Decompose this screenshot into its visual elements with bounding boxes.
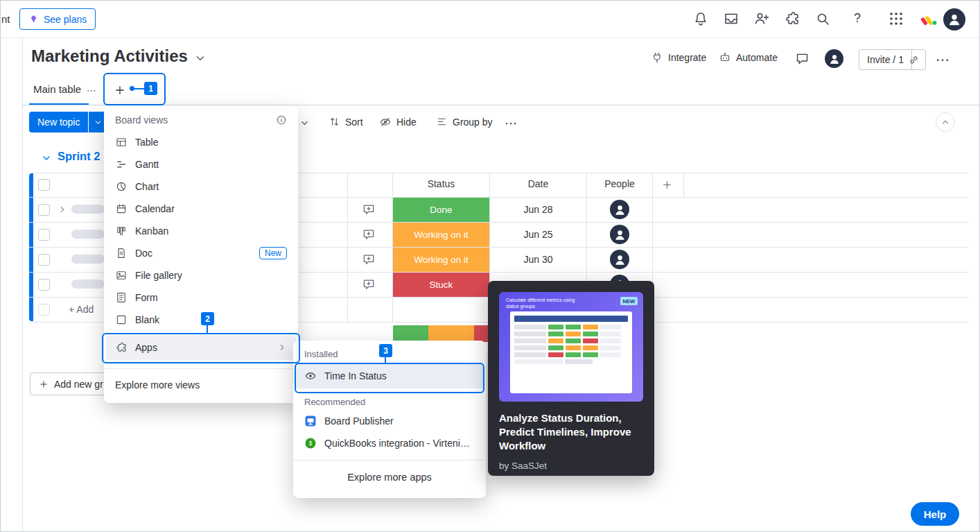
status-cell[interactable]: Working on it bbox=[393, 223, 489, 247]
inbox-tray-icon[interactable] bbox=[723, 10, 740, 27]
conversation-bubble-plus-icon[interactable] bbox=[362, 203, 376, 216]
people-avatar[interactable] bbox=[610, 250, 629, 269]
file-gallery-icon bbox=[115, 269, 128, 282]
column-header-date[interactable]: Date bbox=[490, 178, 586, 189]
monday-logo-icon bbox=[920, 10, 938, 28]
svg-text:$: $ bbox=[309, 440, 313, 447]
people-avatar[interactable] bbox=[610, 200, 629, 219]
submenu-item-board-publisher[interactable]: Board Publisher bbox=[293, 410, 486, 432]
conversation-bubble-plus-icon[interactable] bbox=[362, 228, 376, 241]
board-member-avatar[interactable] bbox=[825, 49, 843, 68]
recommended-section-label: Recommended bbox=[293, 397, 486, 407]
user-avatar[interactable] bbox=[943, 8, 965, 31]
menu-item-form[interactable]: Form bbox=[104, 286, 298, 309]
date-cell[interactable]: Jun 28 bbox=[490, 198, 586, 222]
kanban-icon bbox=[115, 225, 128, 237]
group-by-icon bbox=[436, 116, 448, 128]
menu-item-kanban[interactable]: Kanban bbox=[104, 220, 298, 242]
menu-item-table[interactable]: Table bbox=[104, 131, 298, 153]
toolbar-ellipsis-icon[interactable]: ⋯ bbox=[505, 116, 518, 131]
row-checkbox[interactable] bbox=[38, 204, 50, 216]
submenu-item-quickbooks[interactable]: $ QuickBooks integration - Virtenia... bbox=[293, 432, 486, 454]
group-by-label: Group by bbox=[453, 117, 493, 128]
app-tooltip-heading: Analyze Status Duration, Predict Timelin… bbox=[499, 411, 640, 452]
item-name-skeleton bbox=[71, 280, 105, 289]
products-grid-icon[interactable] bbox=[888, 10, 904, 27]
notifications-bell-icon[interactable] bbox=[692, 10, 709, 27]
app-tooltip-card: Calculate different metrics using status… bbox=[488, 281, 654, 476]
see-plans-button[interactable]: See plans bbox=[19, 8, 96, 30]
tab-main-table[interactable]: Main table bbox=[33, 83, 81, 95]
expand-row-chevron-icon[interactable] bbox=[58, 205, 67, 214]
integrate-plug-icon bbox=[651, 51, 663, 64]
new-badge: New bbox=[259, 247, 287, 259]
collapse-button[interactable] bbox=[936, 112, 955, 132]
board-views-menu: Board views Table Gantt Chart Calendar K… bbox=[104, 105, 298, 403]
submenu-item-time-in-status[interactable]: Time In Status bbox=[295, 363, 484, 388]
annotation-connector-1 bbox=[134, 88, 144, 89]
sort-label: Sort bbox=[345, 117, 363, 128]
column-header-people[interactable]: People bbox=[587, 178, 652, 189]
filter-dropdown-chevron-icon[interactable] bbox=[299, 118, 310, 128]
grid-line bbox=[683, 173, 684, 197]
menu-item-gantt[interactable]: Gantt bbox=[104, 153, 298, 175]
conversation-bubble-plus-icon[interactable] bbox=[362, 252, 376, 266]
menu-item-label: Apps bbox=[135, 342, 157, 353]
row-checkbox[interactable] bbox=[38, 229, 50, 241]
row-checkbox[interactable] bbox=[38, 254, 50, 266]
date-cell[interactable]: Jun 30 bbox=[490, 248, 586, 272]
menu-item-chart[interactable]: Chart bbox=[104, 175, 298, 198]
chevron-right-icon bbox=[277, 343, 287, 352]
marketplace-puzzle-icon[interactable] bbox=[784, 10, 800, 27]
explore-more-apps-button[interactable]: Explore more apps bbox=[293, 461, 486, 493]
people-avatar[interactable] bbox=[610, 225, 629, 244]
add-item-button[interactable]: + Add bbox=[69, 304, 94, 315]
app-preview-mock-row bbox=[514, 332, 628, 336]
status-cell[interactable]: Stuck bbox=[393, 273, 489, 297]
conversation-bubble-plus-icon[interactable] bbox=[362, 277, 376, 291]
chat-bubble-icon[interactable] bbox=[795, 51, 810, 66]
add-view-button[interactable] bbox=[110, 80, 130, 101]
group-collapse-chevron-icon[interactable] bbox=[41, 153, 52, 166]
board-options-ellipsis-icon[interactable]: ⋯ bbox=[936, 51, 950, 68]
help-button[interactable]: Help bbox=[911, 502, 959, 526]
invite-label: Invite / 1 bbox=[867, 54, 904, 65]
integrate-button[interactable]: Integrate bbox=[651, 51, 706, 64]
copy-link-button[interactable] bbox=[902, 49, 926, 70]
menu-item-doc[interactable]: Doc New bbox=[104, 242, 298, 264]
add-column-plus-icon[interactable] bbox=[661, 179, 673, 191]
tab-options-ellipsis-icon[interactable]: ⋯ bbox=[87, 85, 97, 96]
gem-icon bbox=[28, 14, 39, 24]
menu-item-label: Form bbox=[135, 292, 158, 303]
menu-item-label: Chart bbox=[135, 181, 159, 192]
explore-more-views-button[interactable]: Explore more views bbox=[104, 369, 298, 401]
menu-item-calendar[interactable]: Calendar bbox=[104, 198, 298, 220]
app-preview-mock-header bbox=[514, 316, 628, 322]
pie-chart-icon bbox=[115, 180, 128, 193]
menu-item-file-gallery[interactable]: File gallery bbox=[104, 264, 298, 286]
sort-button[interactable]: Sort bbox=[329, 116, 363, 128]
column-header-status[interactable]: Status bbox=[393, 178, 489, 189]
menu-title: Board views bbox=[115, 114, 168, 126]
status-cell[interactable]: Working on it bbox=[393, 248, 489, 272]
invite-person-add-icon[interactable] bbox=[753, 10, 770, 27]
board-title-wrap[interactable]: Marketing Activities bbox=[31, 46, 207, 66]
plus-icon bbox=[114, 84, 126, 96]
date-cell[interactable]: Jun 25 bbox=[490, 223, 586, 247]
automate-button[interactable]: Automate bbox=[719, 51, 778, 64]
hide-button[interactable]: Hide bbox=[379, 116, 417, 128]
help-question-icon[interactable]: ? bbox=[849, 11, 866, 26]
group-title[interactable]: Sprint 2 bbox=[58, 150, 100, 163]
search-magnifier-icon[interactable] bbox=[814, 10, 831, 27]
app-preview-mock-row bbox=[514, 345, 628, 350]
menu-item-apps[interactable]: Apps bbox=[106, 335, 296, 360]
new-topic-button[interactable]: New topic bbox=[29, 112, 107, 132]
info-icon[interactable] bbox=[276, 114, 287, 126]
submenu-item-label: Board Publisher bbox=[324, 415, 394, 427]
item-name-skeleton bbox=[71, 230, 105, 239]
select-all-checkbox[interactable] bbox=[38, 179, 50, 191]
status-cell[interactable]: Done bbox=[393, 198, 489, 222]
board-title: Marketing Activities bbox=[31, 46, 188, 66]
row-checkbox[interactable] bbox=[38, 279, 50, 291]
group-by-button[interactable]: Group by bbox=[436, 116, 493, 128]
